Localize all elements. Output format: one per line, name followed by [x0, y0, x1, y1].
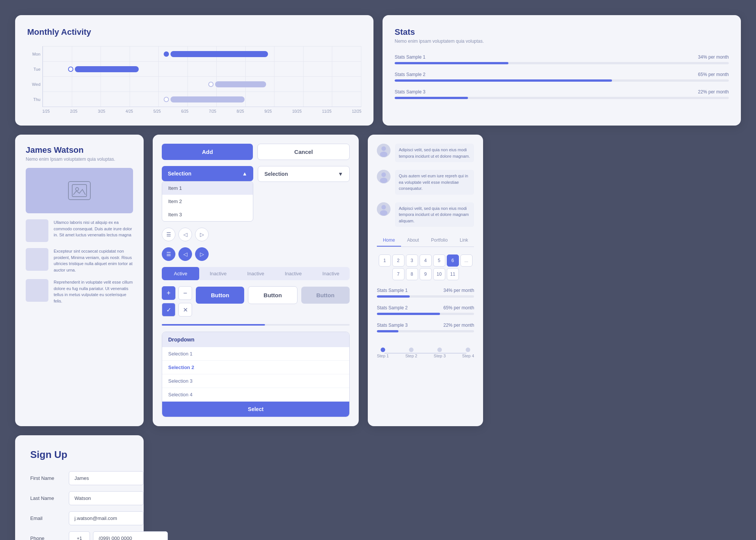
stat-row-2: Stats Sample 2 65% per month	[395, 72, 729, 82]
bar-container-thu	[43, 94, 361, 105]
menu-icon-btn-2[interactable]: ☰	[162, 247, 175, 261]
profile-item-2: Excepteur sint occaecat cupidatat non pr…	[26, 248, 133, 273]
stat-label-1: Stats Sample 1	[395, 54, 425, 60]
chart-grid: Mon Tue	[42, 46, 361, 107]
x-button[interactable]: ✕	[178, 303, 192, 317]
profile-card: James Watson Nemo enim Ipsam voluptatem …	[15, 135, 144, 426]
dropdown-item-3[interactable]: Item 3	[162, 208, 253, 221]
dropdown-item-1[interactable]: Item 1	[162, 182, 253, 195]
tab-active[interactable]: Active	[162, 267, 199, 280]
stat-label-3: Stats Sample 3	[395, 89, 425, 95]
profile-thumb-1	[26, 219, 48, 242]
profile-banner	[26, 168, 133, 213]
bar-dot-wed	[208, 82, 214, 87]
email-row: Email	[30, 511, 129, 525]
page-btn-6[interactable]: 6	[447, 254, 459, 267]
cancel-button[interactable]: Cancel	[257, 144, 349, 160]
nav-tab-about[interactable]: About	[401, 234, 425, 247]
dropdown-panel-item-2[interactable]: Selection 2	[162, 361, 349, 374]
ui-components-card: Add Cancel Selection ▲ Item 1 Item 2 Ite…	[153, 135, 359, 426]
page-btn-3[interactable]: 3	[406, 254, 418, 267]
phone-number-input[interactable]	[93, 531, 168, 540]
page-btn-11[interactable]: 11	[447, 268, 459, 280]
comment-2: Quis autem vel eum iure repreh qui in ea…	[377, 170, 474, 195]
dropdown-item-2[interactable]: Item 2	[162, 195, 253, 208]
play-icon-btn-2[interactable]: ▷	[195, 247, 209, 261]
selection-btn-2[interactable]: Selection ▼	[258, 166, 349, 182]
add-cancel-row: Add Cancel	[162, 144, 350, 160]
nav-tab-portfolio[interactable]: Portfolio	[425, 234, 454, 247]
selection-dropdown-2-container: Selection ▼	[258, 166, 349, 222]
dropdown-panel-item-4[interactable]: Selection 4	[162, 388, 349, 402]
plus-button[interactable]: +	[162, 286, 175, 300]
dropdown-select-button[interactable]: Select	[162, 402, 349, 417]
page-btn-5[interactable]: 5	[433, 254, 445, 267]
add-button[interactable]: Add	[162, 144, 253, 160]
firstname-input[interactable]	[69, 471, 144, 485]
mini-stat-label-3: Stats Sample 3	[377, 323, 407, 328]
firstname-label: First Name	[30, 475, 64, 481]
x-label: 12/25	[352, 109, 361, 113]
row-label-thu: Thu	[29, 97, 40, 102]
svg-point-4	[380, 152, 387, 157]
mini-stats: Stats Sample 1 34% per month Stats Sampl…	[377, 288, 474, 340]
mini-stat-header-2: Stats Sample 2 65% per month	[377, 305, 474, 310]
stat-row-3: Stats Sample 3 22% per month	[395, 89, 729, 99]
mini-stat-label-2: Stats Sample 2	[377, 305, 407, 310]
stat-value-2: 65% per month	[698, 72, 729, 77]
email-input[interactable]	[69, 511, 144, 525]
selection-btn-1[interactable]: Selection ▲	[162, 166, 253, 181]
play-icon-btn[interactable]: ▷	[195, 228, 209, 241]
big-button-2[interactable]: Button	[248, 286, 297, 304]
dropdown-panel: Dropdown Selection 1 Selection 2 Selecti…	[162, 332, 350, 417]
page-btn-1[interactable]: 1	[379, 254, 391, 267]
profile-item-text-1: Ullamco laboris nisi ut aliquip ex ea co…	[54, 219, 133, 242]
x-axis: 1/25 2/25 3/25 4/25 5/25 6/25 7/25 8/25 …	[42, 107, 361, 113]
phone-code-input[interactable]	[69, 531, 90, 540]
big-button-1[interactable]: Button	[196, 287, 244, 304]
big-button-3[interactable]: Button	[301, 287, 350, 304]
page-btn-10[interactable]: 10	[433, 268, 445, 280]
minus-button[interactable]: −	[178, 286, 192, 300]
selection-label-2: Selection	[264, 171, 288, 177]
step-circle-4	[466, 348, 470, 352]
back-icon-btn-2[interactable]: ◁	[178, 247, 192, 261]
tab-inactive-1[interactable]: Inactive	[199, 267, 237, 280]
nav-tab-link[interactable]: Link	[454, 234, 474, 247]
nav-tab-home[interactable]: Home	[377, 234, 401, 247]
tab-inactive-4[interactable]: Inactive	[312, 267, 350, 280]
page-btn-7[interactable]: 7	[392, 268, 404, 280]
profile-subtitle: Nemo enim Ipsam voluptatem quia voluptas…	[15, 157, 144, 168]
page-btn-2[interactable]: 2	[392, 254, 404, 267]
profile-item-text-3: Reprehenderit in voluptate velit esse ci…	[54, 279, 133, 304]
x-label: 5/25	[153, 109, 161, 113]
stepper-section: Step 1 Step 2 Step 3 Step 4	[377, 348, 474, 358]
check-button[interactable]: ✓	[162, 303, 175, 317]
mini-stat-row-1: Stats Sample 1 34% per month	[377, 288, 474, 298]
avatar-1	[377, 144, 390, 157]
comment-3: Adipisci velit, sed quia non eius modi t…	[377, 202, 474, 227]
lastname-label: Last Name	[30, 495, 64, 501]
tab-inactive-3[interactable]: Inactive	[274, 267, 312, 280]
dropdown-panel-item-1[interactable]: Selection 1	[162, 347, 349, 361]
bar-tue	[75, 66, 139, 72]
step-circle-3	[437, 348, 442, 352]
profile-thumb-3	[26, 279, 48, 302]
page-btn-9[interactable]: 9	[420, 268, 432, 280]
stat-header-1: Stats Sample 1 34% per month	[395, 54, 729, 60]
stats-subtitle: Nemo enim ipsam voluptatem quia voluptas…	[395, 39, 729, 44]
svg-point-3	[381, 146, 386, 151]
mini-stat-row-3: Stats Sample 3 22% per month	[377, 323, 474, 332]
tab-inactive-2[interactable]: Inactive	[237, 267, 274, 280]
page-btn-8[interactable]: 8	[406, 268, 418, 280]
back-icon-btn[interactable]: ◁	[178, 228, 192, 241]
dropdown-panel-item-3[interactable]: Selection 3	[162, 374, 349, 388]
signup-card: Sign Up First Name Last Name Email Phone	[15, 435, 144, 540]
mini-stat-row-2: Stats Sample 2 65% per month	[377, 305, 474, 315]
lastname-input[interactable]	[69, 491, 144, 505]
menu-icon-btn[interactable]: ☰	[162, 228, 175, 241]
page-btn-4[interactable]: 4	[420, 254, 432, 267]
profile-item-1: Ullamco laboris nisi ut aliquip ex ea co…	[26, 219, 133, 242]
phone-row: Phone	[30, 531, 129, 540]
x-label: 3/25	[98, 109, 105, 113]
